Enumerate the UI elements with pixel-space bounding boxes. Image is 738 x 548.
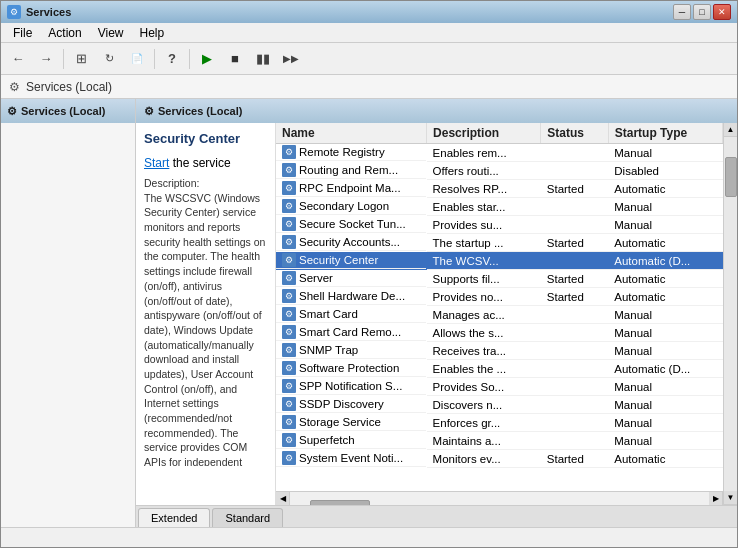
address-icon: ⚙ [9, 80, 20, 94]
scroll-left-button[interactable]: ◀ [276, 492, 290, 506]
info-description: Description: The WSCSVC (Windows Securit… [144, 176, 267, 466]
menu-file[interactable]: File [5, 24, 40, 42]
table-row[interactable]: ⚙ServerSupports fil...StartedAutomatic [276, 270, 723, 288]
cell-desc: Enables rem... [427, 144, 541, 162]
close-button[interactable]: ✕ [713, 4, 731, 20]
tab-standard[interactable]: Standard [212, 508, 283, 527]
cell-name: ⚙Storage Service [276, 414, 426, 431]
cell-desc: Enables the ... [427, 360, 541, 378]
table-row[interactable]: ⚙Routing and Rem...Offers routi...Disabl… [276, 162, 723, 180]
help-button[interactable]: ? [159, 47, 185, 71]
table-container: Name Description Status Startup Type ⚙Re… [276, 123, 723, 505]
table-row[interactable]: ⚙SuperfetchMaintains a...Manual [276, 432, 723, 450]
pause-button[interactable]: ▮▮ [250, 47, 276, 71]
service-icon: ⚙ [282, 325, 296, 339]
menu-help[interactable]: Help [132, 24, 173, 42]
scroll-track[interactable] [724, 137, 737, 491]
table-row[interactable]: ⚙Security CenterThe WCSV...Automatic (D.… [276, 252, 723, 270]
vert-scrollbar[interactable]: ▲ ▼ [723, 123, 737, 505]
service-icon: ⚙ [282, 397, 296, 411]
export-button[interactable]: 📄 [124, 47, 150, 71]
cell-name: ⚙Routing and Rem... [276, 162, 426, 179]
cell-desc: The startup ... [427, 234, 541, 252]
horiz-scrollbar[interactable]: ◀ ▶ [276, 491, 723, 505]
table-row[interactable]: ⚙Storage ServiceEnforces gr...Manual [276, 414, 723, 432]
cell-name: ⚙Server [276, 270, 426, 287]
start-service-link[interactable]: Start [144, 156, 169, 170]
table-row[interactable]: ⚙System Event Noti...Monitors ev...Start… [276, 450, 723, 468]
forward-button[interactable]: → [33, 47, 59, 71]
cell-status [541, 216, 608, 234]
cell-desc: Discovers n... [427, 396, 541, 414]
table-row[interactable]: ⚙SNMP TrapReceives tra...Manual [276, 342, 723, 360]
table-row[interactable]: ⚙Secondary LogonEnables star...Manual [276, 198, 723, 216]
tab-extended[interactable]: Extended [138, 508, 210, 527]
cell-status [541, 432, 608, 450]
cell-desc: Receives tra... [427, 342, 541, 360]
service-icon: ⚙ [282, 271, 296, 285]
cell-startup: Manual [608, 306, 722, 324]
stop-button[interactable]: ■ [222, 47, 248, 71]
horiz-thumb[interactable] [310, 500, 370, 506]
cell-desc: Resolves RP... [427, 180, 541, 198]
title-bar: ⚙ Services ─ □ ✕ [1, 1, 737, 23]
scroll-up-button[interactable]: ▲ [724, 123, 737, 137]
table-row[interactable]: ⚙Remote RegistryEnables rem...Manual [276, 144, 723, 162]
scroll-thumb[interactable] [725, 157, 737, 197]
scroll-right-button[interactable]: ▶ [709, 492, 723, 506]
cell-status: Started [541, 450, 608, 468]
table-row[interactable]: ⚙Smart Card Remo...Allows the s...Manual [276, 324, 723, 342]
services-table: Name Description Status Startup Type ⚙Re… [276, 123, 723, 468]
start-button[interactable]: ▶ [194, 47, 220, 71]
cell-desc: Provides So... [427, 378, 541, 396]
right-panel-header: ⚙ Services (Local) [136, 99, 737, 123]
cell-status: Started [541, 180, 608, 198]
left-panel-header: ⚙ Services (Local) [1, 99, 135, 123]
cell-startup: Automatic [608, 180, 722, 198]
table-row[interactable]: ⚙Secure Socket Tun...Provides su...Manua… [276, 216, 723, 234]
col-header-status: Status [541, 123, 608, 144]
cell-startup: Manual [608, 144, 722, 162]
table-row[interactable]: ⚙Shell Hardware De...Provides no...Start… [276, 288, 723, 306]
service-icon: ⚙ [282, 253, 296, 267]
service-icon: ⚙ [282, 235, 296, 249]
menu-view[interactable]: View [90, 24, 132, 42]
address-bar: ⚙ Services (Local) [1, 75, 737, 99]
left-panel-title: Services (Local) [21, 105, 105, 117]
cell-status [541, 162, 608, 180]
table-row[interactable]: ⚙Smart CardManages ac...Manual [276, 306, 723, 324]
service-icon: ⚙ [282, 181, 296, 195]
service-icon: ⚙ [282, 289, 296, 303]
table-scroll[interactable]: Name Description Status Startup Type ⚙Re… [276, 123, 723, 491]
cell-desc: Enables star... [427, 198, 541, 216]
back-button[interactable]: ← [5, 47, 31, 71]
toolbar-sep3 [189, 49, 190, 69]
right-panel: ⚙ Services (Local) Security Center Start… [136, 99, 737, 527]
cell-startup: Automatic [608, 288, 722, 306]
cell-name: ⚙Superfetch [276, 432, 426, 449]
resume-button[interactable]: ▶▶ [278, 47, 304, 71]
table-row[interactable]: ⚙SSDP DiscoveryDiscovers n...Manual [276, 396, 723, 414]
table-row[interactable]: ⚙Software ProtectionEnables the ...Autom… [276, 360, 723, 378]
table-row[interactable]: ⚙RPC Endpoint Ma...Resolves RP...Started… [276, 180, 723, 198]
main-content: ⚙ Services (Local) ⚙ Services (Local) Se… [1, 99, 737, 527]
cell-name: ⚙Remote Registry [276, 144, 426, 161]
cell-desc: Offers routi... [427, 162, 541, 180]
menu-action[interactable]: Action [40, 24, 89, 42]
info-start-link: Start the service [144, 156, 267, 170]
minimize-button[interactable]: ─ [673, 4, 691, 20]
maximize-button[interactable]: □ [693, 4, 711, 20]
refresh-button[interactable]: ↻ [96, 47, 122, 71]
address-text: Services (Local) [26, 80, 112, 94]
col-header-desc: Description [427, 123, 541, 144]
cell-startup: Manual [608, 216, 722, 234]
table-row[interactable]: ⚙Security Accounts...The startup ...Star… [276, 234, 723, 252]
show-console-button[interactable]: ⊞ [68, 47, 94, 71]
window-icon: ⚙ [7, 5, 21, 19]
scroll-down-button[interactable]: ▼ [724, 491, 737, 505]
cell-status [541, 342, 608, 360]
cell-startup: Automatic (D... [608, 252, 722, 270]
service-icon: ⚙ [282, 145, 296, 159]
table-row[interactable]: ⚙SPP Notification S...Provides So...Manu… [276, 378, 723, 396]
tabs-bar: Extended Standard [136, 505, 737, 527]
